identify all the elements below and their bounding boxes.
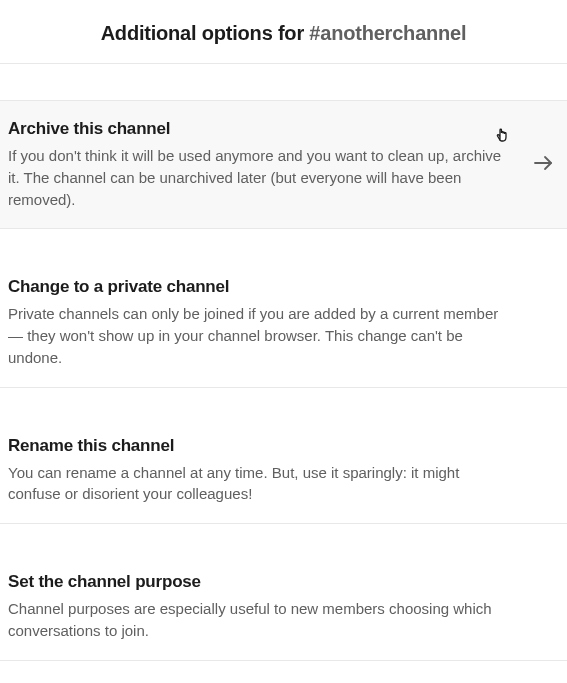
option-description: Private channels can only be joined if y… [8,303,507,368]
arrow-right-icon [531,151,555,179]
option-title: Set the channel purpose [8,572,507,592]
option-description: You can rename a channel at any time. Bu… [8,462,507,506]
option-archive-channel[interactable]: Archive this channel If you don't think … [0,100,567,229]
dialog-header: Additional options for #anotherchannel [0,0,567,64]
option-title: Rename this channel [8,436,507,456]
page-title: Additional options for #anotherchannel [20,22,547,45]
option-title: Archive this channel [8,119,507,139]
channel-name: #anotherchannel [309,22,466,44]
option-private-channel[interactable]: Change to a private channel Private chan… [0,259,567,387]
option-title: Change to a private channel [8,277,507,297]
title-prefix: Additional options for [101,22,310,44]
option-description: If you don't think it will be used anymo… [8,145,507,210]
option-description: Channel purposes are especially useful t… [8,598,507,642]
options-list: Archive this channel If you don't think … [0,64,567,683]
option-rename-channel[interactable]: Rename this channel You can rename a cha… [0,418,567,525]
option-channel-purpose[interactable]: Set the channel purpose Channel purposes… [0,554,567,661]
